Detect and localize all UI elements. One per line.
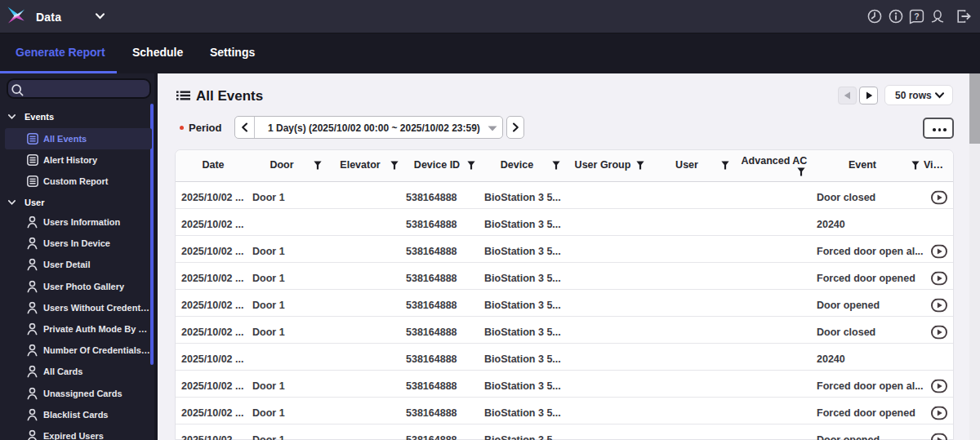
svg-text:?: ?	[914, 11, 919, 21]
